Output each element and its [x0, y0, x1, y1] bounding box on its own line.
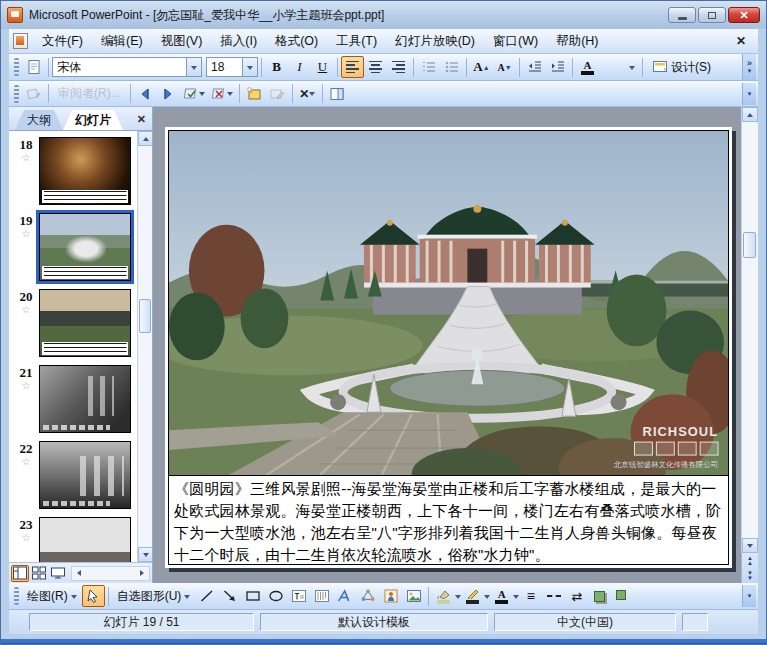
previous-slide-button[interactable]: ▲ ▲	[742, 553, 758, 568]
scrollbar-thumb[interactable]	[743, 232, 756, 258]
tab-slides[interactable]: 幻灯片	[63, 110, 123, 130]
align-right-button[interactable]	[387, 56, 410, 78]
bulleted-list-button[interactable]	[440, 56, 463, 78]
apply-button[interactable]	[180, 83, 208, 105]
animation-icon[interactable]: ☆	[13, 533, 39, 543]
scroll-down-button[interactable]	[138, 547, 152, 562]
numbered-list-button[interactable]	[417, 56, 440, 78]
line-color-button[interactable]	[461, 585, 484, 607]
font-size-dropdown[interactable]	[242, 58, 257, 76]
font-name-dropdown[interactable]	[186, 58, 201, 76]
slide-thumbnail-19-selected[interactable]: 19 ☆	[13, 213, 152, 281]
menu-help[interactable]: 帮助(H)	[548, 30, 606, 53]
show-markup-button[interactable]	[22, 83, 45, 105]
menu-insert[interactable]: 插入(I)	[212, 30, 265, 53]
oval-button[interactable]	[264, 585, 287, 607]
animation-icon[interactable]: ☆	[13, 229, 39, 239]
wordart-button[interactable]	[333, 585, 356, 607]
diagram-button[interactable]	[356, 585, 379, 607]
scroll-up-button[interactable]	[742, 107, 758, 122]
normal-view-button[interactable]	[11, 565, 29, 582]
slide-thumbnail-21[interactable]: 21 ☆	[13, 365, 152, 433]
insert-comment-button[interactable]	[243, 83, 266, 105]
menu-view[interactable]: 视图(V)	[153, 30, 211, 53]
scroll-right-button[interactable]	[135, 567, 149, 580]
arrow-style-button[interactable]: ⇄	[565, 585, 588, 607]
animation-icon[interactable]: ☆	[13, 457, 39, 467]
edit-comment-button[interactable]	[266, 83, 289, 105]
select-objects-button[interactable]	[82, 585, 105, 607]
font-name-combobox[interactable]: 宋体	[52, 57, 202, 77]
next-slide-button[interactable]: ▼ ▼	[742, 568, 758, 583]
menu-edit[interactable]: 编辑(E)	[93, 30, 151, 53]
arrow-button[interactable]	[218, 585, 241, 607]
align-left-button[interactable]	[341, 56, 364, 78]
panel-scrollbar[interactable]	[137, 131, 152, 562]
font-size-combobox[interactable]: 18	[206, 57, 258, 77]
slide-page[interactable]: RICHSOUL 北京锐智盛林文化传播有限公司 《圆明园》三维风景剧照--海晏堂…	[165, 127, 732, 568]
toolbar-grip[interactable]	[14, 85, 19, 103]
minimize-button[interactable]	[668, 7, 696, 23]
scroll-down-button[interactable]	[742, 538, 758, 553]
menu-window[interactable]: 窗口(W)	[485, 30, 546, 53]
draw-menu-button[interactable]: 绘图(R)	[22, 585, 82, 607]
increase-font-button[interactable]: A▲	[470, 56, 493, 78]
scroll-up-button[interactable]	[138, 131, 152, 146]
fill-color-button[interactable]	[432, 585, 455, 607]
shadow-style-button[interactable]	[588, 585, 611, 607]
status-language[interactable]: 中文(中国)	[494, 613, 676, 631]
scrollbar-thumb[interactable]	[139, 299, 151, 333]
scroll-left-button[interactable]	[72, 567, 86, 580]
line-style-button[interactable]: ≡	[519, 585, 542, 607]
status-design-template[interactable]: 默认设计模板	[260, 613, 488, 631]
close-button[interactable]: ✕	[728, 7, 760, 23]
slide-thumbnail-image[interactable]	[39, 517, 131, 562]
reviewing-pane-button[interactable]	[326, 83, 349, 105]
bold-button[interactable]: B	[265, 56, 288, 78]
clip-art-button[interactable]	[379, 585, 402, 607]
menu-file[interactable]: 文件(F)	[34, 30, 91, 53]
unapply-button[interactable]	[208, 83, 236, 105]
menu-format[interactable]: 格式(O)	[267, 30, 326, 53]
slideshow-view-button[interactable]	[49, 565, 67, 582]
slide-thumbnail-image[interactable]	[39, 289, 131, 357]
toolbar-options-button[interactable]: ▼	[742, 585, 756, 607]
font-color-dropdown[interactable]	[624, 57, 639, 77]
reviewers-button[interactable]: 审阅者(R)...	[52, 83, 127, 105]
font-color-button-draw[interactable]: A	[490, 585, 513, 607]
new-slide-button[interactable]	[22, 56, 45, 78]
toolbar-grip[interactable]	[14, 58, 19, 76]
slide-thumbnail-image[interactable]	[39, 213, 131, 281]
line-button[interactable]	[195, 585, 218, 607]
3d-style-button[interactable]	[611, 585, 634, 607]
increase-indent-button[interactable]	[546, 56, 569, 78]
next-item-button[interactable]	[157, 83, 180, 105]
toolbar-options-button[interactable]: » ▼	[742, 54, 756, 80]
toolbar-grip[interactable]	[14, 587, 19, 605]
dash-style-button[interactable]	[542, 585, 565, 607]
panel-close-icon[interactable]: ✕	[131, 113, 152, 126]
underline-button[interactable]: U	[311, 56, 334, 78]
italic-button[interactable]: I	[288, 56, 311, 78]
rectangle-button[interactable]	[241, 585, 264, 607]
slide-sorter-view-button[interactable]	[30, 565, 48, 582]
insert-picture-button[interactable]	[402, 585, 425, 607]
slide-thumbnail-23[interactable]: 23 ☆	[13, 517, 152, 562]
menu-tools[interactable]: 工具(T)	[328, 30, 385, 53]
vertical-text-box-button[interactable]	[310, 585, 333, 607]
font-color-button[interactable]: A	[576, 56, 599, 78]
tab-outline[interactable]: 大纲	[15, 110, 63, 130]
design-button[interactable]: 设计(S)	[646, 56, 717, 78]
animation-icon[interactable]: ☆	[13, 305, 39, 315]
slide-thumbnail-image[interactable]	[39, 365, 131, 433]
slide-caption-text[interactable]: 《圆明园》三维风景剧照--海晏堂海晏堂由正楼和后工字蓄水楼组成，是最大的一处欧式…	[169, 476, 728, 564]
animation-icon[interactable]: ☆	[13, 381, 39, 391]
panel-horizontal-scrollbar[interactable]	[71, 566, 150, 581]
close-document-icon[interactable]: ✕	[728, 32, 754, 50]
animation-icon[interactable]: ☆	[13, 153, 39, 163]
text-box-button[interactable]	[287, 585, 310, 607]
decrease-indent-button[interactable]	[523, 56, 546, 78]
toolbar-options-button[interactable]: ▼	[742, 83, 756, 105]
slide-thumbnail-18[interactable]: 18 ☆	[13, 137, 152, 205]
delete-comment-button[interactable]: ✕	[296, 83, 319, 105]
